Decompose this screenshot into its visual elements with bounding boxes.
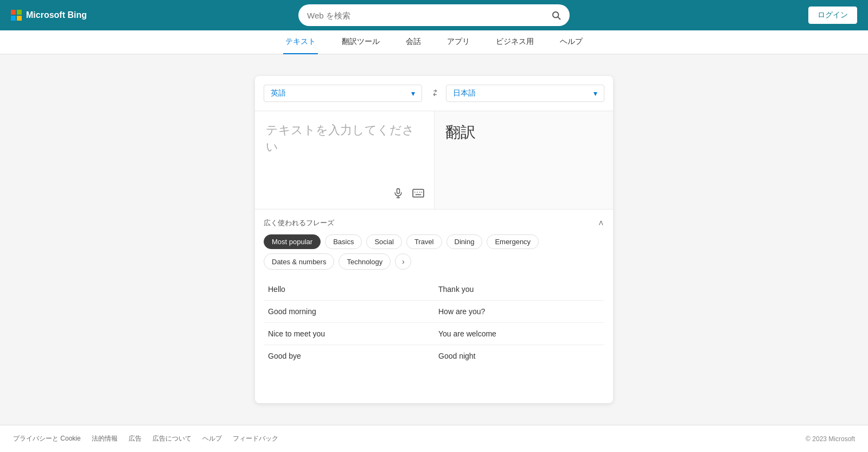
target-language-label: 日本語	[453, 88, 476, 98]
source-lang-chevron-icon: ▾	[411, 89, 415, 98]
footer-link-help[interactable]: ヘルプ	[202, 434, 222, 443]
header: Microsoft Bing ログイン	[0, 0, 868, 30]
search-bar-wrapper	[298, 4, 570, 26]
microphone-button[interactable]	[392, 187, 405, 202]
footer-copyright: © 2023 Microsoft	[806, 435, 855, 443]
language-selectors: 英語 ▾ ⇄ 日本語 ▾	[255, 76, 613, 111]
phrase-tab-basics[interactable]: Basics	[325, 234, 362, 249]
phrases-title: 広く使われるフレーズ	[264, 218, 334, 228]
nav-item-business[interactable]: ビジネス用	[494, 30, 536, 54]
phrase-tab-social[interactable]: Social	[366, 234, 401, 249]
search-bar	[298, 4, 570, 26]
microphone-icon	[393, 188, 404, 199]
svg-line-1	[558, 17, 560, 19]
footer-link-legal[interactable]: 法的情報	[92, 434, 118, 443]
logo-text: Microsoft Bing	[26, 10, 87, 20]
target-language-select[interactable]: 日本語 ▾	[446, 85, 604, 102]
input-pane: テキストを入力してください	[255, 111, 435, 209]
phrase-list: Hello Thank you Good morning How are you…	[264, 278, 604, 367]
nav-item-apps[interactable]: アプリ	[445, 30, 472, 54]
translator-card: 英語 ▾ ⇄ 日本語 ▾ テキストを入力してください	[255, 76, 613, 403]
microsoft-logo-icon	[11, 10, 22, 21]
phrase-item-good-morning[interactable]: Good morning	[264, 301, 434, 323]
phrase-tab-technology[interactable]: Technology	[339, 253, 391, 270]
nav-item-help[interactable]: ヘルプ	[558, 30, 585, 54]
phrase-item-hello[interactable]: Hello	[264, 278, 434, 301]
footer-link-about-ads[interactable]: 広告について	[152, 434, 192, 443]
phrase-tab-most-popular[interactable]: Most popular	[264, 234, 321, 249]
nav-item-conversation[interactable]: 会話	[404, 30, 423, 54]
login-button[interactable]: ログイン	[808, 7, 857, 24]
source-language-select[interactable]: 英語 ▾	[264, 85, 422, 102]
keyboard-button[interactable]	[411, 187, 425, 202]
svg-rect-5	[413, 189, 424, 197]
phrase-item-how-are-you[interactable]: How are you?	[434, 301, 604, 323]
phrase-tab-dates[interactable]: Dates & numbers	[264, 253, 334, 270]
phrase-tabs: Most popular Basics Social Travel Dining…	[264, 234, 604, 270]
phrase-item-thank-you[interactable]: Thank you	[434, 278, 604, 301]
search-input[interactable]	[307, 11, 551, 20]
svg-rect-2	[397, 189, 399, 194]
footer: プライバシーと Cookie 法的情報 広告 広告について ヘルプ フィードバッ…	[0, 425, 868, 452]
output-pane: 翻訳	[435, 111, 614, 209]
nav-item-text[interactable]: テキスト	[283, 30, 318, 54]
phrase-tab-travel[interactable]: Travel	[406, 234, 442, 249]
footer-link-ads[interactable]: 広告	[129, 434, 142, 443]
search-icon	[551, 10, 561, 20]
phrases-collapse-button[interactable]: ∧	[598, 218, 604, 228]
swap-languages-button[interactable]: ⇄	[429, 86, 442, 100]
keyboard-icon	[412, 188, 424, 198]
phrases-section: 広く使われるフレーズ ∧ Most popular Basics Social …	[255, 209, 613, 375]
phrase-item-nice-to-meet[interactable]: Nice to meet you	[264, 323, 434, 345]
phrase-item-good-night[interactable]: Good night	[434, 345, 604, 367]
phrase-item-good-bye[interactable]: Good bye	[264, 345, 434, 367]
logo-area[interactable]: Microsoft Bing	[11, 10, 87, 21]
phrase-tab-dining[interactable]: Dining	[446, 234, 483, 249]
input-placeholder-text[interactable]: テキストを入力してください	[266, 122, 423, 156]
phrases-header: 広く使われるフレーズ ∧	[264, 218, 604, 228]
output-text: 翻訳	[445, 122, 603, 143]
translation-area: テキストを入力してください	[255, 111, 613, 209]
input-icons	[392, 187, 425, 202]
target-lang-chevron-icon: ▾	[593, 89, 597, 98]
search-button[interactable]	[551, 10, 561, 20]
main-nav: テキスト 翻訳ツール 会話 アプリ ビジネス用 ヘルプ	[0, 30, 868, 54]
footer-link-privacy[interactable]: プライバシーと Cookie	[13, 434, 81, 443]
source-language-label: 英語	[271, 88, 286, 98]
footer-links: プライバシーと Cookie 法的情報 広告 広告について ヘルプ フィードバッ…	[13, 434, 278, 443]
phrase-tabs-next-button[interactable]: ›	[395, 253, 411, 270]
nav-item-tools[interactable]: 翻訳ツール	[340, 30, 382, 54]
phrase-tab-emergency[interactable]: Emergency	[487, 234, 539, 249]
phrase-item-you-are-welcome[interactable]: You are welcome	[434, 323, 604, 345]
main-content: 英語 ▾ ⇄ 日本語 ▾ テキストを入力してください	[0, 54, 868, 425]
footer-link-feedback[interactable]: フィードバック	[233, 434, 278, 443]
